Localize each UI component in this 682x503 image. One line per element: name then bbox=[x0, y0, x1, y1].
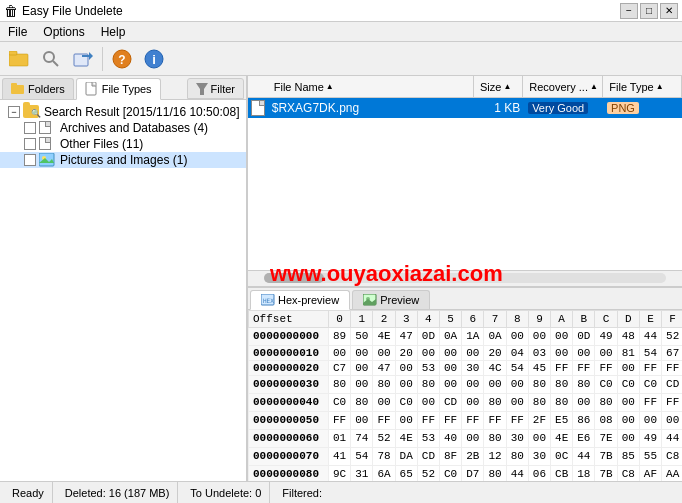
hex-byte-7-2: 78 bbox=[373, 447, 395, 465]
hex-byte-6-6: 00 bbox=[462, 429, 484, 447]
preview-icon bbox=[363, 294, 377, 306]
tab-hex-preview[interactable]: HEX Hex-preview bbox=[250, 290, 350, 310]
maximize-button[interactable]: □ bbox=[640, 3, 658, 19]
hex-byte-7-7: 12 bbox=[484, 447, 506, 465]
hex-byte-2-14: FF bbox=[639, 360, 661, 375]
hscroll-track[interactable] bbox=[264, 273, 666, 283]
filter-button[interactable]: Filter bbox=[187, 78, 244, 99]
tab-preview[interactable]: Preview bbox=[352, 290, 430, 309]
hex-byte-7-11: 44 bbox=[573, 447, 595, 465]
tab-folders[interactable]: Folders bbox=[2, 78, 74, 99]
hex-byte-8-6: D7 bbox=[462, 465, 484, 481]
hscroll-thumb[interactable] bbox=[264, 273, 324, 283]
file-row-0-recovery: Very Good bbox=[524, 101, 603, 115]
checkbox-other[interactable] bbox=[24, 138, 36, 150]
hex-col-6: 6 bbox=[462, 310, 484, 327]
hex-byte-5-15: 00 bbox=[662, 411, 682, 429]
checkbox-archives[interactable] bbox=[24, 122, 36, 134]
hex-offset-5: 0000000050 bbox=[249, 411, 329, 429]
hex-byte-8-5: C0 bbox=[440, 465, 462, 481]
hex-byte-7-10: 0C bbox=[551, 447, 573, 465]
hex-byte-2-2: 47 bbox=[373, 360, 395, 375]
hex-byte-5-8: FF bbox=[506, 411, 528, 429]
hex-offset-0: 0000000000 bbox=[249, 327, 329, 345]
hex-byte-1-12: 00 bbox=[595, 345, 617, 360]
hex-col-8: 8 bbox=[506, 310, 528, 327]
info-btn[interactable]: i bbox=[139, 45, 169, 73]
search-folder-icon bbox=[23, 105, 39, 119]
open-folder-btn[interactable] bbox=[4, 45, 34, 73]
hex-byte-8-4: 52 bbox=[417, 465, 439, 481]
tab-file-types[interactable]: File Types bbox=[76, 78, 161, 100]
minimize-button[interactable]: − bbox=[620, 3, 638, 19]
tree-toggle-root[interactable]: − bbox=[8, 106, 20, 118]
menu-file[interactable]: File bbox=[4, 25, 31, 39]
col-size-label: Size bbox=[480, 81, 501, 93]
tree-item-pictures[interactable]: Pictures and Images (1) bbox=[0, 152, 246, 168]
hex-byte-1-8: 04 bbox=[506, 345, 528, 360]
title-bar-left: 🗑 Easy File Undelete bbox=[4, 3, 123, 19]
hex-byte-5-14: 00 bbox=[639, 411, 661, 429]
checkbox-pictures[interactable] bbox=[24, 154, 36, 166]
hex-byte-6-13: 00 bbox=[617, 429, 639, 447]
hex-byte-3-14: C0 bbox=[639, 375, 661, 393]
hex-tbody: 000000000089504E470D0A1A0A0000000D494844… bbox=[249, 327, 683, 481]
close-button[interactable]: ✕ bbox=[660, 3, 678, 19]
hex-icon: HEX bbox=[261, 294, 275, 306]
hex-byte-4-11: 00 bbox=[573, 393, 595, 411]
col-header-size[interactable]: Size ▲ bbox=[474, 76, 523, 97]
help-icon: ? bbox=[112, 49, 132, 69]
hex-area: Offset 0 1 2 3 4 5 6 7 8 9 A B bbox=[248, 310, 682, 482]
hex-byte-8-1: 31 bbox=[351, 465, 373, 481]
svg-text:i: i bbox=[152, 52, 156, 67]
hex-col-1: 1 bbox=[351, 310, 373, 327]
file-row-0-name: $RXAG7DK.png bbox=[268, 101, 475, 115]
hex-byte-1-9: 03 bbox=[528, 345, 550, 360]
hex-byte-6-5: 40 bbox=[440, 429, 462, 447]
undelete-btn[interactable] bbox=[68, 45, 98, 73]
hex-table-container[interactable]: Offset 0 1 2 3 4 5 6 7 8 9 A B bbox=[248, 310, 682, 482]
hex-row-8: 00000000809C316A6552C0D7804406CB187BC8AF… bbox=[249, 465, 683, 481]
col-header-filetype[interactable]: File Type ▲ bbox=[603, 76, 682, 97]
svg-rect-13 bbox=[86, 82, 96, 95]
hex-col-d: D bbox=[617, 310, 639, 327]
hex-col-3: 3 bbox=[395, 310, 417, 327]
col-header-recovery[interactable]: Recovery ... ▲ bbox=[523, 76, 603, 97]
tab-file-types-label: File Types bbox=[102, 83, 152, 95]
col-header-filename[interactable]: File Name ▲ bbox=[268, 76, 474, 97]
hex-byte-8-10: CB bbox=[551, 465, 573, 481]
hex-byte-0-0: 89 bbox=[329, 327, 351, 345]
hex-byte-5-6: FF bbox=[462, 411, 484, 429]
hscroll[interactable] bbox=[248, 270, 682, 286]
search-btn[interactable] bbox=[36, 45, 66, 73]
menu-options[interactable]: Options bbox=[39, 25, 88, 39]
hex-offset-8: 0000000080 bbox=[249, 465, 329, 481]
hex-byte-1-10: 00 bbox=[551, 345, 573, 360]
hex-byte-0-14: 44 bbox=[639, 327, 661, 345]
hex-col-offset: Offset bbox=[249, 310, 329, 327]
tree-item-archives[interactable]: Archives and Databases (4) bbox=[0, 120, 246, 136]
hex-col-0: 0 bbox=[329, 310, 351, 327]
hex-byte-7-15: C8 bbox=[662, 447, 682, 465]
hex-byte-4-7: 80 bbox=[484, 393, 506, 411]
hex-byte-1-4: 00 bbox=[417, 345, 439, 360]
hex-byte-7-4: CD bbox=[417, 447, 439, 465]
tree-panel[interactable]: − Search Result [2015/11/16 10:50:08] Ar… bbox=[0, 100, 246, 481]
hex-offset-4: 0000000040 bbox=[249, 393, 329, 411]
hex-row-0: 000000000089504E470D0A1A0A0000000D494844… bbox=[249, 327, 683, 345]
file-list-body[interactable]: $RXAG7DK.png 1 KB Very Good PNG bbox=[248, 98, 682, 270]
hex-byte-1-13: 81 bbox=[617, 345, 639, 360]
svg-marker-5 bbox=[89, 52, 93, 60]
tab-preview-label: Preview bbox=[380, 294, 419, 306]
file-row-0[interactable]: $RXAG7DK.png 1 KB Very Good PNG bbox=[248, 98, 682, 118]
hex-byte-0-4: 0D bbox=[417, 327, 439, 345]
hex-byte-2-7: 4C bbox=[484, 360, 506, 375]
tree-item-other[interactable]: Other Files (11) bbox=[0, 136, 246, 152]
hex-byte-1-3: 20 bbox=[395, 345, 417, 360]
help-btn[interactable]: ? bbox=[107, 45, 137, 73]
menu-help[interactable]: Help bbox=[97, 25, 130, 39]
tree-root[interactable]: − Search Result [2015/11/16 10:50:08] bbox=[0, 104, 246, 120]
hex-byte-4-12: 80 bbox=[595, 393, 617, 411]
hex-byte-1-7: 20 bbox=[484, 345, 506, 360]
hex-byte-8-2: 6A bbox=[373, 465, 395, 481]
